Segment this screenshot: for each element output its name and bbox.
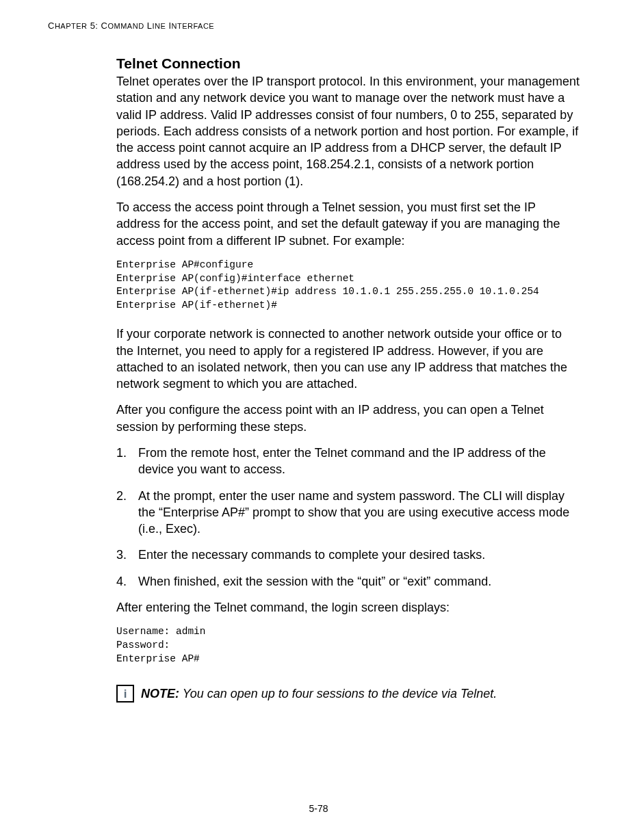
note-body: You can open up to four sessions to the … [179, 687, 497, 700]
list-number: 1. [116, 445, 138, 478]
paragraph-1: Telnet operates over the IP transport pr… [116, 73, 582, 189]
info-icon-letter: i [124, 688, 127, 700]
code-block-1: Enterprise AP#configure Enterprise AP(co… [116, 259, 582, 312]
paragraph-3: If your corporate network is connected t… [116, 326, 582, 392]
list-item: 3. Enter the necessary commands to compl… [116, 547, 582, 563]
info-icon: i [116, 685, 134, 703]
list-item: 1. From the remote host, enter the Telne… [116, 445, 582, 478]
section-title: Telnet Connection [116, 55, 582, 72]
paragraph-4: After you configure the access point wit… [116, 402, 582, 435]
list-text: When finished, exit the session with the… [138, 573, 582, 590]
paragraph-2: To access the access point through a Tel… [116, 199, 582, 249]
page-number: 5-78 [309, 803, 328, 814]
list-item: 4. When finished, exit the session with … [116, 573, 582, 590]
list-item: 2. At the prompt, enter the user name an… [116, 488, 582, 538]
note-label: NOTE: [141, 687, 179, 700]
list-number: 2. [116, 488, 138, 538]
note-block: i NOTE: You can open up to four sessions… [116, 685, 582, 703]
page-header: CHAPTER 5: COMMAND LINE INTERFACE [48, 21, 589, 31]
list-number: 3. [116, 547, 138, 563]
list-text: At the prompt, enter the user name and s… [138, 488, 582, 538]
paragraph-5: After entering the Telnet command, the l… [116, 599, 582, 616]
steps-list: 1. From the remote host, enter the Telne… [116, 445, 582, 590]
page-footer: 5-78 [0, 803, 637, 814]
list-text: Enter the necessary commands to complete… [138, 547, 582, 563]
note-text: NOTE: You can open up to four sessions t… [141, 687, 497, 701]
code-block-2: Username: admin Password: Enterprise AP# [116, 625, 582, 666]
chapter-label: CHAPTER 5: COMMAND LINE INTERFACE [48, 21, 214, 31]
list-text: From the remote host, enter the Telnet c… [138, 445, 582, 478]
list-number: 4. [116, 573, 138, 590]
page-content: Telnet Connection Telnet operates over t… [116, 55, 582, 703]
